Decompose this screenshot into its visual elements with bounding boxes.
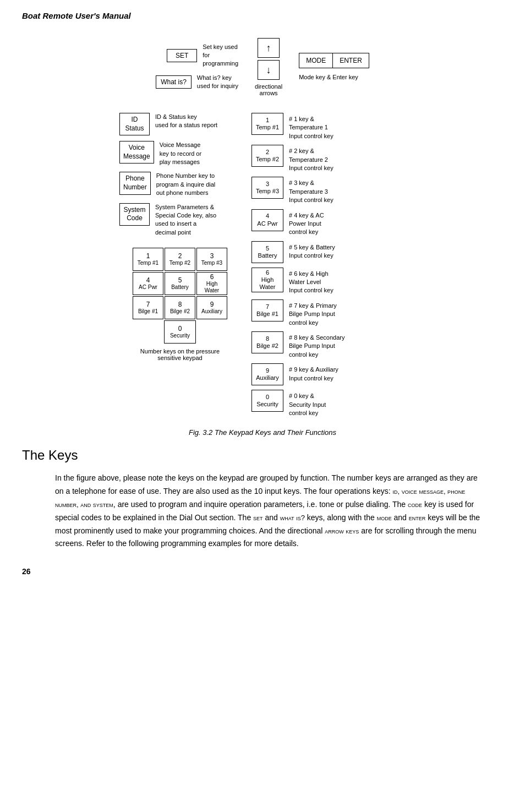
whatis-key-item: What is? What is? keyused for inquiry bbox=[156, 74, 238, 91]
kpad-key-2: 2Temp #2 bbox=[165, 248, 195, 271]
keypad-row-1: 1Temp #1 2Temp #2 3Temp #3 bbox=[133, 248, 227, 271]
id-status-key: IDStatus bbox=[119, 113, 150, 135]
right-key-4-item: 4AC Pwr # 4 key & ACPower Inputcontrol k… bbox=[251, 209, 406, 237]
id-status-item: IDStatus ID & Status keyused for a statu… bbox=[119, 113, 240, 135]
right-key-9: 9Auxiliary bbox=[251, 363, 283, 385]
right-key-5-item: 5Battery # 5 key & BatteryInput control … bbox=[251, 241, 406, 263]
the-keys-body: In the figure above, please note the key… bbox=[55, 472, 486, 551]
right-key-1: 1Temp #1 bbox=[251, 113, 283, 135]
right-key-7-item: 7Bilge #1 # 7 key & PrimaryBilge Pump In… bbox=[251, 299, 406, 327]
kpad-key-8: 8Bilge #2 bbox=[165, 296, 195, 319]
figure-caption: Fig. 3.2 The Keypad Keys and Their Funct… bbox=[189, 428, 336, 437]
right-key-9-item: 9Auxiliary # 9 key & AuxiliaryInput cont… bbox=[251, 363, 406, 385]
kpad-key-3: 3Temp #3 bbox=[196, 248, 227, 271]
phone-number-desc: Phone Number key toprogram & inquire dia… bbox=[156, 172, 216, 197]
right-panel: 1Temp #1 # 1 key &Temperature 1Input con… bbox=[251, 113, 406, 417]
left-panel: IDStatus ID & Status keyused for a statu… bbox=[119, 113, 240, 417]
right-key-2-desc: # 2 key &Temperature 2Input control key bbox=[289, 145, 333, 172]
id-status-desc: ID & Status keyused for a status report bbox=[155, 113, 217, 130]
right-key-6-desc: # 6 key & HighWater LevelInput control k… bbox=[289, 268, 333, 295]
set-key-desc: Set key usedforprogramming bbox=[203, 43, 238, 68]
kpad-key-9: 9Auxiliary bbox=[196, 296, 227, 319]
system-code-item: SystemCode System Parameters &Special Co… bbox=[119, 203, 240, 237]
keypad-note: Number keys on the pressuresensitive key… bbox=[140, 348, 220, 361]
directional-arrows-section: ↑ ↓ directionalarrows bbox=[255, 37, 282, 96]
arrow-keys-inline: arrow keys bbox=[325, 527, 359, 535]
right-key-8-desc: # 8 key & SecondaryBilge Pump Inputcontr… bbox=[289, 331, 345, 359]
voice-message-item: VoiceMessage Voice Messagekey to record … bbox=[119, 141, 240, 166]
right-key-7-desc: # 7 key & PrimaryBilge Pump Inputcontrol… bbox=[289, 299, 337, 327]
enter-key: ENTER bbox=[333, 53, 369, 68]
right-key-0-item: 0Security # 0 key &Security Inputcontrol… bbox=[251, 390, 406, 417]
right-key-4: 4AC Pwr bbox=[251, 209, 283, 231]
keypad-row-3: 7Bilge #1 8Bilge #2 9Auxiliary bbox=[133, 296, 227, 319]
keypad-section: 1Temp #1 2Temp #2 3Temp #3 4AC Pwr 5Batt… bbox=[119, 248, 240, 361]
phone-number-key: PhoneNumber bbox=[119, 172, 151, 194]
page-number: 26 bbox=[22, 567, 503, 576]
whatis-key: What is? bbox=[156, 75, 192, 89]
up-arrow-key: ↑ bbox=[258, 38, 280, 58]
directional-label: directionalarrows bbox=[255, 83, 282, 96]
code-inline: code bbox=[408, 500, 422, 509]
right-key-3-desc: # 3 key &Temperature 3Input control key bbox=[289, 177, 333, 204]
the-keys-paragraph: In the figure above, please note the key… bbox=[55, 472, 486, 551]
set-key: SET bbox=[167, 49, 197, 62]
right-key-4-desc: # 4 key & ACPower Inputcontrol key bbox=[289, 209, 324, 237]
whatis-key-desc: What is? keyused for inquiry bbox=[197, 74, 238, 91]
right-key-8: 8Bilge #2 bbox=[251, 331, 283, 353]
whatis-inline: what is? bbox=[280, 514, 305, 522]
mode-enter-section: MODE ENTER Mode key & Enter key bbox=[299, 53, 369, 80]
kpad-key-0: 0Security bbox=[164, 320, 196, 344]
kpad-key-5: 5Battery bbox=[165, 272, 195, 295]
right-key-8-item: 8Bilge #2 # 8 key & SecondaryBilge Pump … bbox=[251, 331, 406, 359]
kpad-key-4: 4AC Pwr bbox=[133, 272, 163, 295]
page-title: Boat Remote User's Manual bbox=[22, 11, 503, 20]
right-key-5: 5Battery bbox=[251, 241, 283, 263]
mode-inline: mode bbox=[377, 514, 392, 522]
enter-inline: enter bbox=[409, 514, 426, 522]
set-inline: set bbox=[253, 514, 263, 522]
the-keys-title: The Keys bbox=[22, 448, 503, 463]
right-key-3: 3Temp #3 bbox=[251, 177, 283, 199]
right-key-0-desc: # 0 key &Security Inputcontrol key bbox=[289, 390, 326, 417]
right-key-6: 6HighWater bbox=[251, 268, 283, 293]
right-key-5-desc: # 5 key & BatteryInput control key bbox=[289, 241, 335, 260]
right-key-3-item: 3Temp #3 # 3 key &Temperature 3Input con… bbox=[251, 177, 406, 204]
right-key-9-desc: # 9 key & AuxiliaryInput control key bbox=[289, 363, 338, 383]
voice-message-desc: Voice Messagekey to record orplay messag… bbox=[160, 141, 201, 166]
kpad-key-1: 1Temp #1 bbox=[133, 248, 163, 271]
keypad-row-2: 4AC Pwr 5Battery 6HighWater bbox=[133, 272, 227, 295]
right-key-2: 2Temp #2 bbox=[251, 145, 283, 167]
kpad-key-6: 6HighWater bbox=[196, 272, 227, 295]
id-inline: id, voice message, phone number, and sys… bbox=[55, 487, 465, 509]
voice-message-key: VoiceMessage bbox=[119, 141, 154, 164]
right-key-0: 0Security bbox=[251, 390, 283, 412]
system-code-desc: System Parameters &Special Code key, als… bbox=[155, 203, 216, 237]
mode-enter-desc: Mode key & Enter key bbox=[299, 74, 358, 80]
right-key-6-item: 6HighWater # 6 key & HighWater LevelInpu… bbox=[251, 268, 406, 295]
right-key-1-item: 1Temp #1 # 1 key &Temperature 1Input con… bbox=[251, 113, 406, 140]
system-code-key: SystemCode bbox=[119, 203, 150, 226]
set-key-item: SET Set key usedforprogramming bbox=[167, 43, 238, 68]
phone-number-item: PhoneNumber Phone Number key toprogram &… bbox=[119, 172, 240, 197]
right-key-1-desc: # 1 key &Temperature 1Input control key bbox=[289, 113, 333, 140]
right-key-7: 7Bilge #1 bbox=[251, 299, 283, 321]
mode-key: MODE bbox=[299, 53, 333, 68]
kpad-key-7: 7Bilge #1 bbox=[133, 296, 163, 319]
down-arrow-key: ↓ bbox=[258, 60, 280, 80]
right-key-2-item: 2Temp #2 # 2 key &Temperature 2Input con… bbox=[251, 145, 406, 172]
keypad-row-0: 0Security bbox=[164, 320, 196, 344]
